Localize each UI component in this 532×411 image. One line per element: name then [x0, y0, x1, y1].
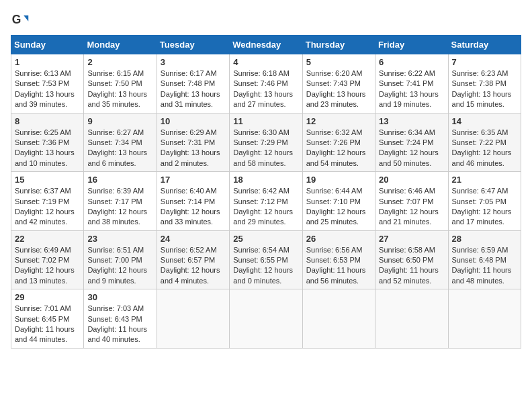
calendar-table: SundayMondayTuesdayWednesdayThursdayFrid… — [11, 35, 521, 349]
sunset-label: Sunset: 6:50 PM — [379, 256, 433, 264]
logo-icon: G — [11, 11, 30, 30]
calendar-cell: 9 Sunrise: 6:27 AM Sunset: 7:34 PM Dayli… — [84, 113, 157, 172]
sunrise-label: Sunrise: 6:25 AM — [15, 128, 71, 136]
daylight-label: Daylight: 11 hours and 56 minutes. — [306, 266, 366, 284]
sunrise-label: Sunrise: 7:03 AM — [87, 304, 144, 312]
calendar-cell: 25 Sunrise: 6:54 AM Sunset: 6:55 PM Dayl… — [230, 230, 302, 289]
calendar-cell: 1 Sunrise: 6:13 AM Sunset: 7:53 PM Dayli… — [11, 54, 84, 113]
weekday-header-wednesday: Wednesday — [230, 36, 302, 54]
daylight-label: Daylight: 12 hours and 9 minutes. — [87, 266, 147, 284]
day-number: 17 — [161, 175, 226, 185]
sunrise-label: Sunrise: 6:32 AM — [306, 128, 363, 136]
day-number: 7 — [452, 57, 517, 67]
sunrise-label: Sunrise: 6:40 AM — [161, 187, 217, 195]
day-info: Sunrise: 6:42 AM Sunset: 7:12 PM Dayligh… — [233, 186, 298, 228]
sunset-label: Sunset: 7:19 PM — [15, 197, 69, 205]
sunrise-label: Sunrise: 6:52 AM — [161, 246, 217, 254]
day-info: Sunrise: 7:01 AM Sunset: 6:45 PM Dayligh… — [15, 304, 80, 345]
day-number: 3 — [161, 57, 226, 67]
daylight-label: Daylight: 12 hours and 58 minutes. — [233, 148, 293, 167]
sunrise-label: Sunrise: 6:17 AM — [161, 69, 217, 77]
day-info: Sunrise: 6:32 AM Sunset: 7:26 PM Dayligh… — [306, 128, 371, 169]
sunset-label: Sunset: 7:50 PM — [87, 79, 142, 87]
calendar-cell: 5 Sunrise: 6:20 AM Sunset: 7:43 PM Dayli… — [302, 54, 375, 113]
day-number: 2 — [87, 57, 152, 67]
daylight-label: Daylight: 11 hours and 44 minutes. — [15, 325, 75, 343]
sunset-label: Sunset: 7:43 PM — [306, 79, 361, 87]
sunset-label: Sunset: 7:10 PM — [306, 197, 361, 205]
calendar-cell: 10 Sunrise: 6:29 AM Sunset: 7:31 PM Dayl… — [157, 113, 229, 172]
calendar-cell: 22 Sunrise: 6:49 AM Sunset: 7:02 PM Dayl… — [11, 230, 84, 289]
sunset-label: Sunset: 7:12 PM — [233, 197, 287, 205]
day-number: 21 — [452, 175, 517, 185]
calendar-cell: 11 Sunrise: 6:30 AM Sunset: 7:29 PM Dayl… — [230, 113, 302, 172]
daylight-label: Daylight: 12 hours and 42 minutes. — [15, 208, 75, 226]
calendar-cell: 18 Sunrise: 6:42 AM Sunset: 7:12 PM Dayl… — [230, 172, 302, 231]
day-info: Sunrise: 6:46 AM Sunset: 7:07 PM Dayligh… — [379, 186, 444, 228]
daylight-label: Daylight: 12 hours and 17 minutes. — [452, 208, 512, 226]
day-info: Sunrise: 6:49 AM Sunset: 7:02 PM Dayligh… — [15, 245, 80, 287]
day-number: 1 — [15, 57, 80, 67]
calendar-cell — [157, 289, 229, 349]
calendar-cell: 6 Sunrise: 6:22 AM Sunset: 7:41 PM Dayli… — [375, 54, 448, 113]
daylight-label: Daylight: 13 hours and 31 minutes. — [161, 90, 220, 108]
calendar-week-2: 8 Sunrise: 6:25 AM Sunset: 7:36 PM Dayli… — [11, 113, 521, 172]
sunrise-label: Sunrise: 6:13 AM — [15, 69, 71, 77]
daylight-label: Daylight: 13 hours and 15 minutes. — [452, 90, 512, 108]
daylight-label: Daylight: 12 hours and 25 minutes. — [306, 208, 366, 226]
day-info: Sunrise: 6:18 AM Sunset: 7:46 PM Dayligh… — [233, 68, 298, 110]
sunrise-label: Sunrise: 6:42 AM — [233, 187, 290, 195]
sunset-label: Sunset: 7:24 PM — [379, 138, 433, 146]
sunset-label: Sunset: 7:36 PM — [15, 138, 69, 146]
daylight-label: Daylight: 12 hours and 0 minutes. — [233, 266, 293, 284]
day-info: Sunrise: 6:44 AM Sunset: 7:10 PM Dayligh… — [306, 186, 371, 228]
day-info: Sunrise: 6:37 AM Sunset: 7:19 PM Dayligh… — [15, 186, 80, 228]
day-info: Sunrise: 6:17 AM Sunset: 7:48 PM Dayligh… — [161, 68, 226, 110]
sunrise-label: Sunrise: 6:56 AM — [306, 246, 363, 254]
day-info: Sunrise: 6:52 AM Sunset: 6:57 PM Dayligh… — [161, 245, 226, 287]
day-number: 15 — [15, 175, 80, 185]
sunset-label: Sunset: 7:22 PM — [452, 138, 506, 146]
daylight-label: Daylight: 13 hours and 39 minutes. — [15, 90, 75, 108]
sunset-label: Sunset: 6:57 PM — [161, 256, 215, 264]
weekday-header-thursday: Thursday — [302, 36, 375, 54]
day-number: 28 — [452, 234, 517, 244]
daylight-label: Daylight: 12 hours and 33 minutes. — [161, 208, 220, 226]
sunset-label: Sunset: 6:53 PM — [306, 256, 361, 264]
calendar-cell: 4 Sunrise: 6:18 AM Sunset: 7:46 PM Dayli… — [230, 54, 302, 113]
sunrise-label: Sunrise: 6:29 AM — [161, 128, 217, 136]
sunrise-label: Sunrise: 6:30 AM — [233, 128, 290, 136]
daylight-label: Daylight: 12 hours and 13 minutes. — [15, 266, 75, 284]
sunset-label: Sunset: 6:48 PM — [452, 256, 506, 264]
calendar-week-5: 29 Sunrise: 7:01 AM Sunset: 6:45 PM Dayl… — [11, 289, 521, 349]
calendar-cell — [375, 289, 448, 349]
daylight-label: Daylight: 13 hours and 19 minutes. — [379, 90, 439, 108]
sunrise-label: Sunrise: 6:44 AM — [306, 187, 363, 195]
sunrise-label: Sunrise: 6:20 AM — [306, 69, 363, 77]
calendar-cell: 28 Sunrise: 6:59 AM Sunset: 6:48 PM Dayl… — [448, 230, 521, 289]
daylight-label: Daylight: 11 hours and 52 minutes. — [379, 266, 439, 284]
day-number: 9 — [87, 116, 152, 126]
day-number: 19 — [306, 175, 371, 185]
day-number: 29 — [15, 292, 80, 302]
day-info: Sunrise: 6:20 AM Sunset: 7:43 PM Dayligh… — [306, 68, 371, 110]
calendar-cell: 15 Sunrise: 6:37 AM Sunset: 7:19 PM Dayl… — [11, 172, 84, 231]
sunrise-label: Sunrise: 6:51 AM — [87, 246, 144, 254]
daylight-label: Daylight: 13 hours and 6 minutes. — [87, 148, 147, 167]
calendar-cell: 7 Sunrise: 6:23 AM Sunset: 7:38 PM Dayli… — [448, 54, 521, 113]
day-info: Sunrise: 6:15 AM Sunset: 7:50 PM Dayligh… — [87, 68, 152, 110]
sunrise-label: Sunrise: 6:27 AM — [87, 128, 144, 136]
day-info: Sunrise: 6:40 AM Sunset: 7:14 PM Dayligh… — [161, 186, 226, 228]
day-number: 23 — [87, 234, 152, 244]
day-number: 14 — [452, 116, 517, 126]
daylight-label: Daylight: 12 hours and 50 minutes. — [379, 148, 439, 167]
calendar-cell: 23 Sunrise: 6:51 AM Sunset: 7:00 PM Dayl… — [84, 230, 157, 289]
calendar-cell: 20 Sunrise: 6:46 AM Sunset: 7:07 PM Dayl… — [375, 172, 448, 231]
weekday-header-sunday: Sunday — [11, 36, 84, 54]
sunrise-label: Sunrise: 6:15 AM — [87, 69, 144, 77]
sunrise-label: Sunrise: 6:47 AM — [452, 187, 508, 195]
sunset-label: Sunset: 6:43 PM — [87, 315, 142, 323]
sunrise-label: Sunrise: 6:39 AM — [87, 187, 144, 195]
calendar-cell — [448, 289, 521, 349]
day-number: 8 — [15, 116, 80, 126]
